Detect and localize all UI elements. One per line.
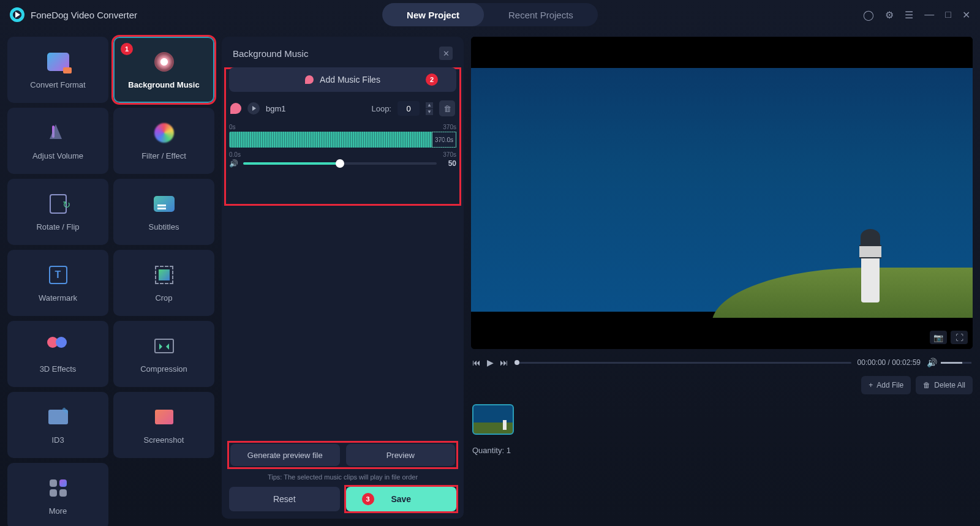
tool-id3[interactable]: ID3: [7, 392, 108, 458]
tool-more[interactable]: More: [7, 463, 108, 526]
tool-label: 3D Effects: [40, 364, 77, 374]
trash-icon: 🗑: [923, 381, 930, 389]
tool-rotate-flip[interactable]: Rotate / Flip: [7, 179, 108, 245]
waveform-track[interactable]: 370.0s: [229, 132, 456, 148]
tool-sidebar: Convert Format 1 Background Music Adjust…: [7, 37, 214, 519]
tool-label: Compression: [140, 364, 187, 374]
waveform-section: 0s 370s 370.0s 0.0s 370s 🔊 50: [229, 124, 456, 168]
preview-image: [471, 37, 973, 349]
generate-preview-button[interactable]: Generate preview file: [230, 444, 340, 466]
loop-stepper: ▲ ▼: [426, 102, 433, 115]
wave-end-label: 370s: [443, 124, 456, 130]
id3-icon: [47, 406, 69, 428]
waveform-handle[interactable]: 370.0s: [432, 132, 456, 148]
track-name: bgm1: [266, 104, 365, 113]
add-file-button[interactable]: +Add File: [861, 376, 911, 394]
tool-adjust-volume[interactable]: Adjust Volume: [7, 108, 108, 174]
tool-subtitles[interactable]: Subtitles: [113, 179, 214, 245]
filter-icon: [153, 122, 175, 144]
minimize-icon[interactable]: —: [924, 9, 934, 20]
reset-button[interactable]: Reset: [229, 487, 340, 511]
compress-icon: [153, 335, 175, 357]
video-preview: 📷 ⛶: [471, 37, 973, 349]
music-note-icon: [230, 103, 241, 114]
tool-crop[interactable]: Crop: [113, 250, 214, 316]
music-icon: [153, 51, 175, 73]
tool-compression[interactable]: Compression: [113, 321, 214, 387]
screenshot-icon: [153, 406, 175, 428]
close-icon[interactable]: ✕: [962, 9, 970, 21]
prev-button[interactable]: ⏮: [472, 358, 481, 367]
convert-icon: [47, 51, 69, 73]
tool-label: Subtitles: [149, 222, 179, 231]
play-button[interactable]: ▶: [487, 358, 494, 367]
slider-thumb[interactable]: [336, 159, 344, 168]
settings-icon[interactable]: ⚙: [885, 9, 894, 21]
delete-all-button[interactable]: 🗑Delete All: [916, 376, 973, 394]
tool-background-music[interactable]: 1 Background Music: [113, 37, 214, 103]
playback-time: 00:00:00 / 00:02:59: [858, 358, 921, 367]
seek-slider[interactable]: [514, 362, 851, 364]
tool-filter-effect[interactable]: Filter / Effect: [113, 108, 214, 174]
preview-button-row: Generate preview file Preview: [229, 443, 456, 467]
volume-icon: [47, 122, 69, 144]
tool-screenshot[interactable]: Screenshot: [113, 392, 214, 458]
quantity-text: Quantity: 1: [471, 445, 973, 456]
tool-label: Background Music: [128, 80, 199, 89]
fullscreen-icon[interactable]: ⛶: [951, 331, 968, 344]
add-music-button[interactable]: Add Music Files 2: [229, 67, 456, 92]
tool-label: Filter / Effect: [141, 151, 186, 160]
slider-fill: [243, 162, 340, 165]
tool-label: Crop: [155, 293, 172, 302]
glasses-icon: [47, 335, 69, 357]
playback-bar: ⏮ ▶ ⏭ 00:00:00 / 00:02:59 🔊: [471, 355, 973, 370]
subtitle-icon: [153, 193, 175, 215]
next-button[interactable]: ⏭: [500, 358, 508, 367]
save-button[interactable]: 3 Save: [346, 487, 457, 511]
annotation-badge-3: 3: [362, 493, 374, 505]
background-music-panel: Background Music ✕ Add Music Files 2 bgm…: [222, 37, 464, 519]
app-logo-icon: [10, 7, 24, 22]
maximize-icon[interactable]: □: [945, 9, 951, 20]
tab-recent-projects[interactable]: Recent Projects: [484, 3, 598, 26]
preview-panel: 📷 ⛶ ⏮ ▶ ⏭ 00:00:00 / 00:02:59 🔊 +Add Fil…: [471, 37, 973, 519]
file-actions: +Add File 🗑Delete All: [471, 376, 973, 394]
vol-start-label: 0.0s: [229, 151, 241, 158]
add-music-label: Add Music Files: [320, 75, 380, 85]
close-panel-button[interactable]: ✕: [439, 47, 453, 60]
play-track-button[interactable]: [247, 102, 260, 115]
volume-slider[interactable]: [243, 162, 437, 165]
app-title: FoneDog Video Converter: [31, 10, 137, 20]
tool-label: Screenshot: [144, 435, 184, 445]
tool-label: Rotate / Flip: [36, 222, 79, 231]
stepper-down[interactable]: ▼: [426, 109, 433, 115]
plus-icon: +: [869, 381, 873, 389]
save-label: Save: [391, 494, 411, 504]
stepper-up[interactable]: ▲: [426, 102, 433, 108]
delete-all-label: Delete All: [934, 381, 965, 389]
snapshot-icon[interactable]: 📷: [930, 331, 947, 344]
loop-input[interactable]: [398, 101, 420, 116]
preview-button[interactable]: Preview: [346, 444, 456, 466]
tool-watermark[interactable]: T Watermark: [7, 250, 108, 316]
add-file-label: Add File: [876, 381, 903, 389]
tool-label: ID3: [51, 435, 64, 445]
volume-value: 50: [442, 159, 456, 168]
account-icon[interactable]: ◯: [863, 9, 874, 21]
mute-icon[interactable]: 🔊: [927, 358, 937, 367]
tool-3d-effects[interactable]: 3D Effects: [7, 321, 108, 387]
menu-icon[interactable]: ☰: [905, 9, 913, 21]
volume-icon: 🔊: [229, 159, 238, 168]
music-note-icon: [305, 75, 314, 84]
delete-track-button[interactable]: 🗑: [439, 100, 455, 116]
more-icon: [47, 477, 69, 499]
music-track-row: bgm1 Loop: ▲ ▼ 🗑: [229, 98, 456, 119]
tips-text: Tips: The selected music clips will play…: [229, 473, 456, 481]
tool-convert-format[interactable]: Convert Format: [7, 37, 108, 103]
video-thumbnail[interactable]: [472, 404, 514, 435]
window-controls: ◯ ⚙ ☰ — □ ✕: [863, 9, 970, 21]
titlebar: FoneDog Video Converter New Project Rece…: [0, 0, 980, 29]
tab-new-project[interactable]: New Project: [382, 3, 484, 26]
player-volume-slider[interactable]: [941, 362, 971, 364]
rotate-icon: [47, 193, 69, 215]
